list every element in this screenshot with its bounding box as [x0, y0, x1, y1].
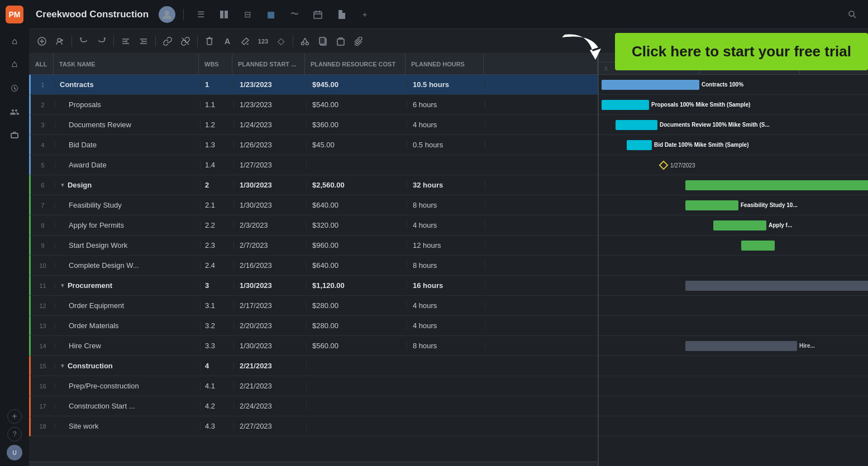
main-area: Creekwood Construction ☰ ⊟ ▦ 〜 + — [29, 0, 868, 466]
svg-point-8 — [849, 11, 854, 16]
redo-button[interactable] — [93, 33, 110, 49]
outdent-button[interactable] — [117, 33, 134, 49]
milestone-button[interactable]: ◇ — [273, 33, 289, 49]
gantt-view-icon[interactable]: ▦ — [262, 6, 280, 23]
sidebar-user-avatar[interactable]: U — [7, 445, 22, 460]
row-task-name[interactable]: Order Equipment — [55, 301, 201, 310]
topbar-user-avatar[interactable] — [159, 6, 175, 23]
collapse-icon[interactable]: ▼ — [60, 182, 65, 188]
table-scrollbar[interactable] — [29, 462, 598, 466]
row-task-name[interactable]: Hire Crew — [55, 342, 201, 350]
row-task-name[interactable]: Contracts — [55, 80, 201, 89]
gantt-bar[interactable]: Bid Date 100% Mike Smith (Sample) — [627, 140, 652, 150]
sidebar-add-icon[interactable]: + — [7, 409, 22, 424]
font-button[interactable]: A — [219, 33, 236, 49]
topbar: Creekwood Construction ☰ ⊟ ▦ 〜 + — [29, 0, 868, 29]
gantt-bar[interactable]: Apply f... — [713, 220, 766, 230]
row-task-name[interactable]: ▼ Construction — [55, 362, 201, 370]
add-task-button[interactable] — [34, 33, 50, 49]
add-view-icon[interactable]: + — [356, 6, 374, 23]
indent-button[interactable] — [135, 33, 152, 49]
list-view-icon[interactable]: ☰ — [192, 6, 209, 23]
table-row[interactable]: 14 Hire Crew 3.3 1/30/2023 $560.00 8 hou… — [29, 336, 598, 356]
gantt-bar[interactable] — [685, 180, 868, 190]
row-task-name[interactable]: Construction Start ... — [55, 402, 201, 410]
row-task-name[interactable]: Order Materials — [55, 321, 201, 330]
row-task-name[interactable]: Complete Design W... — [55, 261, 201, 270]
sidebar-item-notifications[interactable] — [4, 55, 25, 75]
table-row[interactable]: 7 Feasibility Study 2.1 1/30/2023 $640.0… — [29, 195, 598, 215]
sidebar-item-home[interactable]: ⌂ — [4, 31, 25, 51]
link-button[interactable] — [159, 33, 176, 49]
svg-point-1 — [165, 11, 169, 15]
unlink-button[interactable] — [177, 33, 194, 49]
copy-button[interactable] — [314, 33, 331, 49]
table-row[interactable]: 3 Documents Review 1.2 1/24/2023 $360.00… — [29, 115, 598, 135]
row-task-name[interactable]: Site work — [55, 422, 201, 430]
row-resource-cost: $45.00 — [307, 141, 407, 149]
paste-button[interactable] — [332, 33, 349, 49]
row-task-name[interactable]: Start Design Work — [55, 241, 201, 249]
sidebar-item-portfolio[interactable] — [4, 125, 25, 145]
row-task-name[interactable]: Bid Date — [55, 141, 201, 149]
row-task-name[interactable]: Feasibility Study — [55, 201, 201, 209]
row-task-name[interactable]: Apply for Permits — [55, 221, 201, 229]
table-row[interactable]: 2 Proposals 1.1 1/23/2023 $540.00 6 hour… — [29, 95, 598, 115]
row-number: 14 — [31, 343, 55, 349]
table-row[interactable]: 1 Contracts 1 1/23/2023 $945.00 10.5 hou… — [29, 75, 598, 95]
app-logo[interactable]: PM — [6, 6, 23, 23]
row-wbs: 2.4 — [201, 261, 234, 270]
row-start: 1/23/2023 — [234, 80, 307, 89]
table-row[interactable]: 16 Prep/Pre-construction 4.1 2/21/2023 — [29, 376, 598, 396]
row-task-name[interactable]: Proposals — [55, 100, 201, 109]
sidebar-item-history[interactable] — [4, 78, 25, 98]
gantt-bar[interactable] — [685, 281, 868, 291]
gantt-bar[interactable] — [741, 241, 775, 251]
row-task-name[interactable]: Prep/Pre-construction — [55, 382, 201, 390]
collapse-icon[interactable]: ▼ — [60, 282, 65, 289]
row-hours: 0.5 hours — [407, 141, 485, 149]
row-task-name[interactable]: ▼ Procurement — [55, 281, 201, 290]
free-trial-button[interactable]: Click here to start your free trial — [615, 33, 868, 70]
table-row[interactable]: 8 Apply for Permits 2.2 2/3/2023 $320.00… — [29, 215, 598, 236]
table-row[interactable]: 13 Order Materials 3.2 2/20/2023 $280.00… — [29, 316, 598, 336]
gantt-bar[interactable]: Contracts 100% — [602, 80, 699, 90]
gantt-bar[interactable]: Feasibility Study 10... — [685, 200, 738, 210]
search-icon[interactable] — [843, 6, 861, 23]
row-task-name[interactable]: Documents Review — [55, 121, 201, 129]
grid-view-icon[interactable]: ⊟ — [239, 6, 256, 23]
docs-view-icon[interactable] — [332, 6, 350, 23]
table-row[interactable]: 4 Bid Date 1.3 1/26/2023 $45.00 0.5 hour… — [29, 135, 598, 155]
sidebar-item-team[interactable] — [4, 102, 25, 122]
table-row[interactable]: 17 Construction Start ... 4.2 2/24/2023 — [29, 396, 598, 416]
gantt-bar[interactable]: Proposals 100% Mike Smith (Sample) — [602, 100, 649, 110]
add-user-button[interactable] — [51, 33, 68, 49]
row-resource-cost: $1,120.00 — [307, 281, 407, 290]
collapse-icon[interactable]: ▼ — [60, 363, 65, 369]
table-row[interactable]: 6 ▼ Design 2 1/30/2023 $2,560.00 32 hour… — [29, 175, 598, 195]
chart-view-icon[interactable]: 〜 — [285, 6, 303, 23]
table-row[interactable]: 5 Award Date 1.4 1/27/2023 — [29, 155, 598, 175]
delete-button[interactable] — [201, 33, 218, 49]
table-row[interactable]: 12 Order Equipment 3.1 2/17/2023 $280.00… — [29, 296, 598, 316]
col-wbs-header: WBS — [199, 54, 232, 74]
table-row[interactable]: 15 ▼ Construction 4 2/21/2023 — [29, 356, 598, 376]
sidebar-help-icon[interactable]: ? — [7, 427, 22, 441]
table-row[interactable]: 18 Site work 4.3 2/27/2023 — [29, 416, 598, 436]
fill-button[interactable] — [237, 33, 254, 49]
gantt-bar[interactable]: Documents Review 100% Mike Smith (S... — [616, 120, 657, 130]
cut-button[interactable] — [297, 33, 313, 49]
row-task-name[interactable]: ▼ Design — [55, 181, 201, 189]
attach-button[interactable] — [350, 33, 367, 49]
table-row[interactable]: 9 Start Design Work 2.3 2/7/2023 $960.00… — [29, 236, 598, 256]
svg-point-0 — [14, 61, 15, 63]
table-row[interactable]: 11 ▼ Procurement 3 1/30/2023 $1,120.00 1… — [29, 276, 598, 296]
col-hours-header: PLANNED HOURS — [406, 54, 484, 74]
number-format-button[interactable]: 123 — [255, 33, 271, 49]
undo-button[interactable] — [75, 33, 92, 49]
row-task-name[interactable]: Award Date — [55, 161, 201, 169]
gantt-bar[interactable]: Hire... — [685, 341, 797, 351]
table-row[interactable]: 10 Complete Design W... 2.4 2/16/2023 $6… — [29, 256, 598, 276]
calendar-view-icon[interactable] — [309, 6, 327, 23]
board-view-icon[interactable] — [215, 6, 233, 23]
